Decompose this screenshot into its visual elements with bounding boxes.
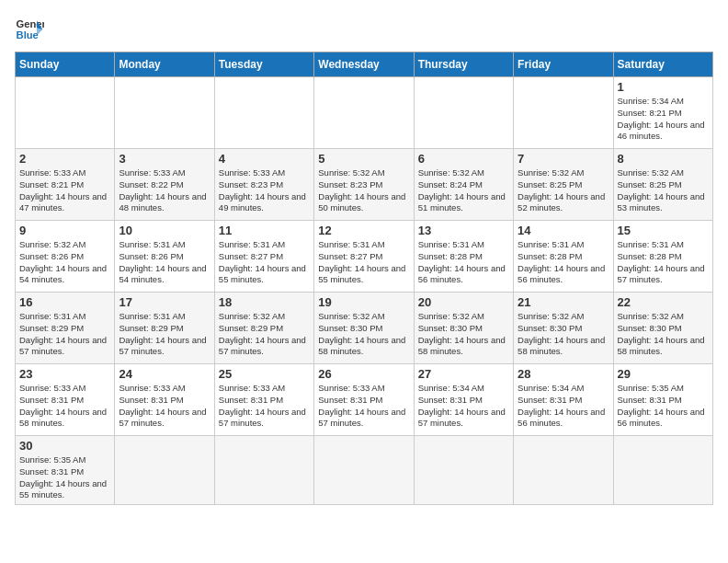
calendar-week-row: 2Sunrise: 5:33 AMSunset: 8:21 PMDaylight…: [16, 149, 713, 221]
calendar-table: SundayMondayTuesdayWednesdayThursdayFrid…: [15, 52, 713, 505]
day-info: Sunrise: 5:31 AMSunset: 8:28 PMDaylight:…: [518, 239, 609, 286]
day-info: Sunrise: 5:31 AMSunset: 8:28 PMDaylight:…: [618, 239, 709, 286]
day-number: 2: [19, 152, 110, 166]
day-info: Sunrise: 5:31 AMSunset: 8:29 PMDaylight:…: [119, 311, 210, 358]
calendar-cell: 29Sunrise: 5:35 AMSunset: 8:31 PMDayligh…: [613, 364, 712, 436]
day-info: Sunrise: 5:31 AMSunset: 8:27 PMDaylight:…: [318, 239, 409, 286]
calendar-cell: 23Sunrise: 5:33 AMSunset: 8:31 PMDayligh…: [16, 364, 115, 436]
calendar-cell: 2Sunrise: 5:33 AMSunset: 8:21 PMDaylight…: [16, 149, 115, 221]
calendar-cell: [613, 436, 712, 505]
day-info: Sunrise: 5:35 AMSunset: 8:31 PMDaylight:…: [19, 454, 110, 501]
day-info: Sunrise: 5:33 AMSunset: 8:31 PMDaylight:…: [219, 383, 310, 430]
day-number: 30: [19, 439, 110, 453]
day-info: Sunrise: 5:31 AMSunset: 8:29 PMDaylight:…: [19, 311, 110, 358]
day-info: Sunrise: 5:32 AMSunset: 8:25 PMDaylight:…: [618, 167, 709, 214]
day-info: Sunrise: 5:31 AMSunset: 8:26 PMDaylight:…: [119, 239, 210, 286]
day-number: 15: [618, 224, 709, 237]
logo-icon: General Blue: [15, 15, 44, 44]
day-info: Sunrise: 5:34 AMSunset: 8:21 PMDaylight:…: [618, 96, 709, 143]
day-number: 5: [318, 152, 409, 166]
calendar-cell: 4Sunrise: 5:33 AMSunset: 8:23 PMDaylight…: [214, 149, 313, 221]
calendar-cell: [214, 436, 313, 505]
day-number: 3: [119, 152, 210, 166]
calendar-cell: [414, 436, 513, 505]
day-number: 20: [418, 295, 509, 309]
day-number: 7: [518, 152, 609, 166]
calendar-cell: 15Sunrise: 5:31 AMSunset: 8:28 PMDayligh…: [613, 221, 712, 293]
day-number: 26: [318, 367, 409, 381]
day-number: 9: [19, 224, 110, 237]
weekday-header-friday: Friday: [514, 52, 613, 77]
day-number: 25: [219, 367, 310, 381]
day-info: Sunrise: 5:32 AMSunset: 8:24 PMDaylight:…: [418, 167, 509, 214]
day-number: 29: [618, 367, 709, 381]
calendar-cell: [214, 77, 313, 149]
calendar-cell: 26Sunrise: 5:33 AMSunset: 8:31 PMDayligh…: [314, 364, 414, 436]
day-number: 13: [418, 224, 509, 237]
calendar-cell: 6Sunrise: 5:32 AMSunset: 8:24 PMDaylight…: [414, 149, 513, 221]
calendar-cell: 13Sunrise: 5:31 AMSunset: 8:28 PMDayligh…: [414, 221, 513, 293]
day-info: Sunrise: 5:33 AMSunset: 8:31 PMDaylight:…: [19, 383, 110, 430]
day-number: 23: [19, 367, 110, 381]
day-number: 11: [219, 224, 310, 237]
calendar-cell: [514, 77, 613, 149]
day-number: 12: [318, 224, 409, 237]
day-number: 22: [618, 295, 709, 309]
day-info: Sunrise: 5:35 AMSunset: 8:31 PMDaylight:…: [618, 383, 709, 430]
weekday-header-monday: Monday: [115, 52, 214, 77]
day-info: Sunrise: 5:31 AMSunset: 8:28 PMDaylight:…: [418, 239, 509, 286]
calendar-week-row: 16Sunrise: 5:31 AMSunset: 8:29 PMDayligh…: [16, 293, 713, 364]
day-number: 28: [518, 367, 609, 381]
calendar-week-row: 30Sunrise: 5:35 AMSunset: 8:31 PMDayligh…: [16, 436, 713, 505]
calendar-cell: [314, 436, 414, 505]
svg-text:Blue: Blue: [17, 29, 39, 40]
day-number: 27: [418, 367, 509, 381]
weekday-header-saturday: Saturday: [613, 52, 712, 77]
day-info: Sunrise: 5:34 AMSunset: 8:31 PMDaylight:…: [418, 383, 509, 430]
calendar-cell: 12Sunrise: 5:31 AMSunset: 8:27 PMDayligh…: [314, 221, 414, 293]
calendar-cell: 8Sunrise: 5:32 AMSunset: 8:25 PMDaylight…: [613, 149, 712, 221]
day-number: 6: [418, 152, 509, 166]
calendar-cell: [115, 77, 214, 149]
calendar-cell: 7Sunrise: 5:32 AMSunset: 8:25 PMDaylight…: [514, 149, 613, 221]
calendar-cell: 28Sunrise: 5:34 AMSunset: 8:31 PMDayligh…: [514, 364, 613, 436]
day-info: Sunrise: 5:33 AMSunset: 8:23 PMDaylight:…: [219, 167, 310, 214]
day-info: Sunrise: 5:32 AMSunset: 8:29 PMDaylight:…: [219, 311, 310, 358]
calendar-cell: 20Sunrise: 5:32 AMSunset: 8:30 PMDayligh…: [414, 293, 513, 364]
day-info: Sunrise: 5:34 AMSunset: 8:31 PMDaylight:…: [518, 383, 609, 430]
calendar-cell: 10Sunrise: 5:31 AMSunset: 8:26 PMDayligh…: [115, 221, 214, 293]
calendar-cell: 17Sunrise: 5:31 AMSunset: 8:29 PMDayligh…: [115, 293, 214, 364]
calendar-cell: [514, 436, 613, 505]
day-info: Sunrise: 5:32 AMSunset: 8:26 PMDaylight:…: [19, 239, 110, 286]
calendar-cell: [314, 77, 414, 149]
day-number: 10: [119, 224, 210, 237]
day-info: Sunrise: 5:33 AMSunset: 8:31 PMDaylight:…: [119, 383, 210, 430]
day-number: 18: [219, 295, 310, 309]
calendar-cell: 22Sunrise: 5:32 AMSunset: 8:30 PMDayligh…: [613, 293, 712, 364]
weekday-header-wednesday: Wednesday: [314, 52, 414, 77]
calendar-cell: 18Sunrise: 5:32 AMSunset: 8:29 PMDayligh…: [214, 293, 313, 364]
day-number: 8: [618, 152, 709, 166]
calendar-cell: 27Sunrise: 5:34 AMSunset: 8:31 PMDayligh…: [414, 364, 513, 436]
calendar-cell: 14Sunrise: 5:31 AMSunset: 8:28 PMDayligh…: [514, 221, 613, 293]
calendar-cell: [414, 77, 513, 149]
calendar-week-row: 1Sunrise: 5:34 AMSunset: 8:21 PMDaylight…: [16, 77, 713, 149]
day-number: 14: [518, 224, 609, 237]
day-info: Sunrise: 5:32 AMSunset: 8:30 PMDaylight:…: [418, 311, 509, 358]
day-number: 17: [119, 295, 210, 309]
day-info: Sunrise: 5:33 AMSunset: 8:22 PMDaylight:…: [119, 167, 210, 214]
logo: General Blue: [15, 15, 44, 44]
calendar-week-row: 9Sunrise: 5:32 AMSunset: 8:26 PMDaylight…: [16, 221, 713, 293]
calendar-week-row: 23Sunrise: 5:33 AMSunset: 8:31 PMDayligh…: [16, 364, 713, 436]
day-number: 24: [119, 367, 210, 381]
calendar-cell: 9Sunrise: 5:32 AMSunset: 8:26 PMDaylight…: [16, 221, 115, 293]
weekday-header-row: SundayMondayTuesdayWednesdayThursdayFrid…: [16, 52, 713, 77]
day-info: Sunrise: 5:32 AMSunset: 8:30 PMDaylight:…: [618, 311, 709, 358]
calendar-cell: 24Sunrise: 5:33 AMSunset: 8:31 PMDayligh…: [115, 364, 214, 436]
day-info: Sunrise: 5:33 AMSunset: 8:31 PMDaylight:…: [318, 383, 409, 430]
day-info: Sunrise: 5:32 AMSunset: 8:30 PMDaylight:…: [518, 311, 609, 358]
day-number: 19: [318, 295, 409, 309]
weekday-header-thursday: Thursday: [414, 52, 513, 77]
day-info: Sunrise: 5:32 AMSunset: 8:23 PMDaylight:…: [318, 167, 409, 214]
calendar-cell: [16, 77, 115, 149]
